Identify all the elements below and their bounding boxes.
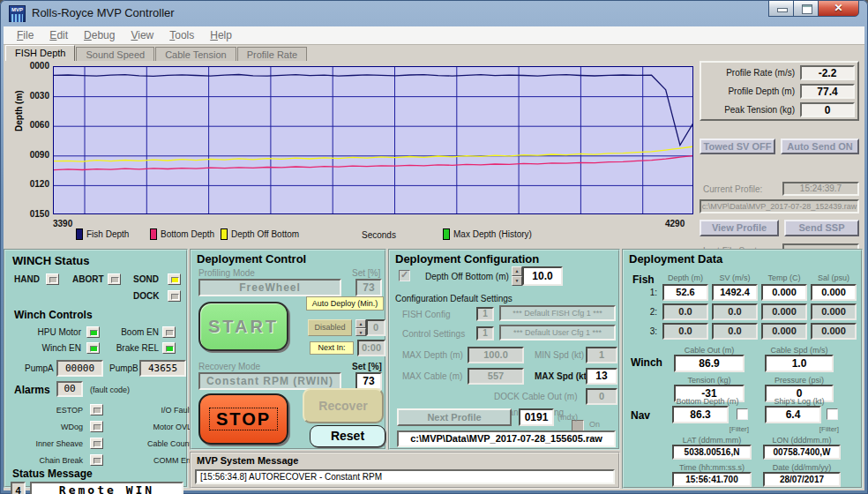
- alarm-label: Chain Break: [16, 456, 83, 465]
- fish-cell: 0.000: [761, 303, 807, 320]
- y-tick: 0060: [5, 120, 49, 130]
- max-depth-label: MAX Depth (m): [402, 350, 463, 360]
- dock-label: DOCK: [133, 291, 159, 301]
- fish-col-header: Sal (psu): [811, 273, 857, 282]
- legend-swatch-icon: [443, 228, 450, 240]
- spinner-up-icon[interactable]: ▲: [512, 266, 522, 276]
- spinner-down-icon[interactable]: ▼: [512, 276, 522, 286]
- tab-sound-speed[interactable]: Sound Speed: [76, 47, 154, 61]
- menu-view[interactable]: View: [123, 29, 161, 41]
- bottom-depth-filter-checkbox[interactable]: [737, 408, 748, 420]
- maximize-button[interactable]: [793, 0, 819, 17]
- legend-label: Depth Off Bottom: [231, 229, 299, 239]
- alarm-label: Motor OVL: [110, 423, 191, 431]
- fish-config-desc: *** Default FISH Cfg 1 ***: [499, 305, 616, 321]
- y-tick: 0000: [5, 61, 49, 71]
- ships-log-label: Ship's Log (kt): [765, 397, 834, 406]
- lon-label: LON (dddmm.m): [763, 436, 841, 445]
- menu-debug[interactable]: Debug: [76, 29, 123, 41]
- chart-plot: [53, 66, 693, 214]
- profile-info-panel: Profile Rate (m/s) -2.2 Profile Depth (m…: [698, 61, 863, 249]
- toggle-on-label: On: [589, 420, 600, 429]
- profiling-mode-field[interactable]: FreeWheel: [198, 279, 341, 296]
- alarm-label: Cable Count: [110, 439, 191, 448]
- profiling-set-field: 73: [355, 279, 382, 296]
- auto-deploy-disabled-button[interactable]: Disabled: [308, 319, 352, 336]
- profiling-mode-label: Profiling Mode: [198, 268, 255, 278]
- auto-deploy-spinner[interactable]: ▲▼: [355, 319, 366, 336]
- menu-help[interactable]: Help: [202, 29, 240, 41]
- y-tick: 0120: [5, 179, 49, 189]
- dock-cable-label: DOCK Cable Out (m): [494, 392, 577, 401]
- deployment-configuration-panel: Deployment Configuration Depth Off Botto…: [388, 249, 620, 450]
- auto-send-button[interactable]: Auto Send ON: [781, 138, 859, 154]
- defaults-label: Configuration Default Settings: [395, 294, 513, 303]
- index-label: (Indx): [557, 413, 578, 422]
- abort-label: ABORT: [72, 274, 104, 284]
- cable-out-value: 86.9: [674, 355, 745, 372]
- ships-log-filter-checkbox[interactable]: [827, 408, 838, 420]
- hpu-motor-label: HPU Motor: [14, 327, 81, 337]
- recovery-set-field[interactable]: 73: [355, 372, 382, 390]
- filter-label-right: [Filter]: [788, 425, 839, 433]
- current-profile-label: Current Profile:: [703, 184, 762, 194]
- min-spd-value: 1: [586, 347, 617, 363]
- menu-bar: FileEditDebugViewToolsHelp: [4, 26, 864, 45]
- depth-off-bottom-checkbox: [399, 270, 410, 281]
- fish-config-num: 1: [476, 307, 494, 321]
- depth-off-bottom-value[interactable]: 10.0: [522, 266, 563, 286]
- fault-code-value: 00: [56, 381, 83, 397]
- menu-tools[interactable]: Tools: [161, 29, 202, 41]
- winch-status-title: WINCH Status: [12, 254, 89, 267]
- system-message-title: MVP System Message: [197, 455, 298, 466]
- minimize-button[interactable]: [768, 0, 794, 17]
- fish-cell: 0.000: [811, 323, 857, 340]
- lat-value: 5038.00516,N: [672, 445, 752, 460]
- profile-rate-label: Profile Rate (m/s): [701, 68, 795, 78]
- spinner-down-icon[interactable]: ▼: [355, 328, 366, 337]
- legend-item: Fish Depth: [76, 228, 129, 240]
- close-button[interactable]: [818, 0, 859, 17]
- pump-a-value: 00000: [56, 360, 103, 377]
- view-profile-button[interactable]: View Profile: [700, 220, 779, 236]
- send-ssp-button[interactable]: Send SSP: [784, 220, 859, 236]
- stop-focus-rect: [209, 408, 278, 430]
- client-area: FileEditDebugViewToolsHelp FISH DepthSou…: [4, 26, 864, 490]
- winch-en-label: Winch EN: [14, 343, 81, 353]
- tab-cable-tension[interactable]: Cable Tension: [155, 47, 236, 61]
- hand-label: HAND: [14, 274, 40, 284]
- brake-rel-label: Brake REL: [109, 343, 159, 353]
- depth-off-bottom-spinner[interactable]: ▲▼: [512, 266, 522, 286]
- max-cable-label: MAX Cable (m): [402, 371, 462, 381]
- recovery-mode-field[interactable]: Constant RPM (RWIN): [198, 372, 341, 390]
- reset-button[interactable]: Reset: [310, 425, 385, 447]
- menu-edit[interactable]: Edit: [41, 29, 76, 41]
- recover-button[interactable]: Recover: [303, 388, 384, 423]
- bottom-depth-value: 86.3: [672, 406, 729, 423]
- legend-label: Bottom Depth: [161, 229, 214, 239]
- auto-deploy-value: 0: [366, 319, 385, 336]
- next-profile-index[interactable]: 0191: [519, 408, 554, 426]
- cable-spd-value: 1.0: [765, 355, 834, 372]
- lat-label: LAT (ddmm.mm): [672, 436, 752, 445]
- estop-led-icon: [90, 404, 103, 415]
- brake-rel-led-icon: [162, 342, 176, 354]
- max-depth-value: 100.0: [468, 347, 524, 363]
- start-button[interactable]: START: [198, 302, 288, 351]
- deployment-control-title: Deployment Control: [197, 252, 306, 266]
- next-in-value: 0:00: [357, 340, 385, 356]
- cable-spd-label: Cable Spd (m/s): [765, 346, 834, 355]
- towed-sv-button[interactable]: Towed SV OFF: [700, 138, 775, 154]
- max-spd-value[interactable]: 13: [586, 368, 617, 385]
- fish-cell: 0.0: [662, 323, 708, 340]
- tab-profile-rate[interactable]: Profile Rate: [237, 47, 307, 61]
- menu-file[interactable]: File: [9, 29, 41, 41]
- legend-item: Depth Off Bottom: [221, 228, 299, 240]
- stop-button[interactable]: STOP: [198, 393, 288, 445]
- spinner-up-icon[interactable]: ▲: [355, 319, 366, 328]
- title-bar[interactable]: MVP Rolls-Royce MVP Controller: [0, 0, 868, 26]
- time-value: 15:56:41.700: [672, 472, 752, 487]
- tab-fish-depth[interactable]: FISH Depth: [5, 45, 75, 61]
- fish-cell: 0.0: [712, 303, 758, 320]
- next-profile-button[interactable]: Next Profile: [397, 408, 512, 426]
